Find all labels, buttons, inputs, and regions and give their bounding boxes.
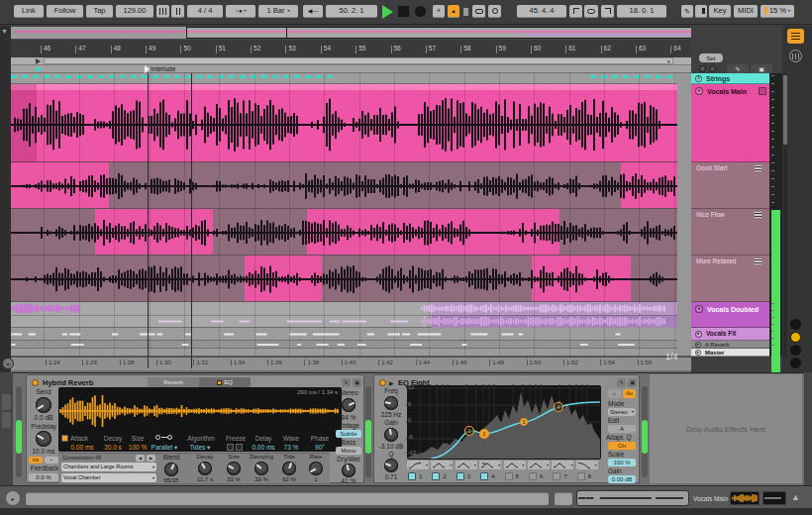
clip-region[interactable] [432,302,677,315]
band-enable-checkbox[interactable] [505,472,513,480]
q-value[interactable]: 0.71 [375,474,407,481]
bar-number[interactable]: 61 [565,46,575,53]
mixer-sections-button[interactable] [789,50,802,62]
track-fold-icon[interactable]: ▸ [695,350,701,356]
blend-value[interactable]: 65/35 [156,477,186,483]
routing-icon[interactable] [155,433,173,442]
phase-value[interactable]: 90° [308,445,332,452]
predelay-value[interactable]: 10.0 ms [27,449,60,456]
track-fold-icon[interactable]: ▸ [695,342,701,348]
freeze-in-button[interactable] [227,444,234,451]
loop-switch[interactable] [584,5,598,18]
take-lane-nice-flow[interactable] [11,209,677,256]
side-tab[interactable] [2,394,11,410]
sync-mode-button[interactable]: ~ [45,457,58,464]
ir-prev-button[interactable]: ◀ [136,455,145,462]
track-header-strings[interactable]: S Strings [691,73,769,84]
feedback-value[interactable]: 0.0 % [29,473,58,481]
adaptq-toggle[interactable]: On [608,442,636,450]
hot-swap-icon[interactable]: ✎ [342,378,351,387]
status-play-button[interactable]: ▸ [6,491,20,505]
overview-toggle-button[interactable] [787,29,804,44]
tab-eq[interactable]: EQ [199,377,251,387]
loop-start-field[interactable]: 45. 4. 4 [517,5,566,18]
bar-number[interactable]: 57 [426,46,436,53]
blend-knob[interactable] [164,463,178,476]
take-lane-icon[interactable] [754,211,762,219]
take-lane-more-relaxed[interactable] [11,256,677,302]
gain-knob[interactable] [384,428,398,442]
punch-circle-button[interactable] [699,65,706,72]
clip-region[interactable] [432,315,677,328]
take-lane-good-start[interactable] [11,162,677,209]
comped-segment[interactable] [11,162,109,208]
delay-value[interactable]: 0.00 ms [251,445,276,452]
tail-knob[interactable] [309,462,323,475]
band-filter-dropdown[interactable]: ▾ [407,461,429,469]
hot-swap-icon[interactable]: ✎ [617,378,626,387]
band-filter-dropdown[interactable]: ▾ [552,461,573,469]
attack-value[interactable]: 0.00 ms [66,445,98,452]
tail-knob-value[interactable]: 11.7 s [189,476,221,482]
bar-number[interactable]: 55 [355,46,365,53]
tap-tempo-button[interactable]: Tap [86,5,113,18]
comped-segment[interactable] [245,256,322,301]
set-locator-button[interactable]: Set [699,53,723,62]
record-button[interactable] [415,6,426,17]
tail-knob[interactable] [254,462,268,475]
wave-value[interactable]: 73 % [280,445,302,452]
track-header-a-reverb[interactable]: ▸ A Reverb [691,341,769,349]
tab-reverb[interactable]: Reverb [148,377,199,387]
band-enable-checkbox[interactable] [408,472,416,480]
output-gain-value[interactable]: 0.00 dB [608,475,636,483]
bar-number[interactable]: 46 [41,46,51,53]
freeze-button[interactable] [236,444,243,451]
algorithm-value[interactable]: Tides ▾ [183,445,217,452]
track-unfold-icon[interactable]: ▾ [695,305,703,313]
track-lane-vocals-main[interactable] [11,84,677,162]
band-filter-dropdown[interactable]: ▾ [479,461,501,469]
audition-toggle-button[interactable]: Au [623,389,636,398]
vintage-value[interactable]: Subtle [336,430,361,438]
ms-sync-button[interactable]: ms [29,457,43,464]
midi-map-button[interactable]: MIDI [734,5,758,18]
band-filter-dropdown[interactable]: ▾ [504,461,526,469]
eq-graph[interactable]: 1234 [406,384,600,459]
punch-circle-button[interactable] [709,65,716,72]
ir-file-dropdown[interactable]: Vocal Chamber▾ [61,473,156,482]
solo-cue-button[interactable] [790,319,801,330]
send-knob[interactable] [36,397,51,413]
take-lane-header-nice-flow[interactable]: Nice Flow [691,209,769,256]
bar-number[interactable]: 50 [180,46,190,53]
predelay-knob[interactable] [36,431,51,447]
fold-triangle-icon[interactable]: ▼ [1,28,8,35]
link-button[interactable]: Link [14,5,44,18]
comped-segment[interactable] [307,209,559,255]
add-locator-button[interactable]: + [433,5,445,18]
side-tab[interactable] [2,412,11,428]
save-preset-icon[interactable]: ▣ [628,378,637,387]
bar-number[interactable]: 49 [146,46,155,53]
track-fold-icon[interactable]: S [695,75,702,82]
quantize-menu[interactable]: 1 Bar▾ [258,5,298,18]
play-button[interactable] [382,5,393,19]
send-value[interactable]: 0.0 dB [27,415,60,422]
bar-number[interactable]: 60 [531,46,541,53]
take-lane-icon[interactable] [754,258,762,265]
take-lanes-toggle-icon[interactable] [759,87,766,95]
re-enable-automation-button[interactable]: ▲ [448,5,459,18]
song-start-marker-icon[interactable] [36,67,41,71]
track-header-vocals-main[interactable]: ▾ Vocals Main [691,84,769,162]
band-filter-dropdown[interactable]: ▾ [528,461,550,469]
track-header-vocals-fx[interactable]: ▸ Vocals FX [691,328,769,341]
cpu-meter[interactable]: 15 %▾ [761,5,794,18]
freq-value[interactable]: 225 Hz [375,412,407,419]
attack-checkbox[interactable] [61,435,68,442]
mode-dropdown[interactable]: Stereo▾ [608,408,636,416]
locator-flag[interactable]: Interlude [145,65,175,73]
scrub-area[interactable]: ▾ [11,57,691,65]
computer-midi-keyboard-button[interactable] [695,5,707,18]
loop-brace[interactable] [44,57,673,64]
tail-knob[interactable] [198,462,212,475]
loop-selection-button[interactable] [472,5,485,18]
